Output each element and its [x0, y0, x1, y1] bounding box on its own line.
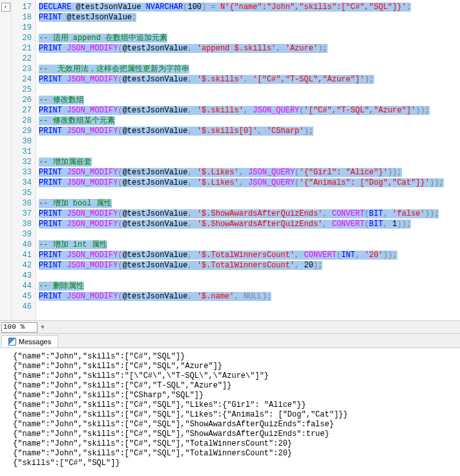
results-tabs: Messages — [0, 334, 460, 348]
line-number: 22 — [12, 54, 32, 64]
zoom-select[interactable]: 100 % — [1, 322, 37, 333]
code-line[interactable]: DECLARE @testJsonValue NVARCHAR(100) = N… — [39, 2, 460, 12]
line-number: 32 — [12, 157, 32, 167]
code-line[interactable]: PRINT JSON_MODIFY(@testJsonValue, 'appen… — [39, 43, 460, 54]
breakpoint-gutter[interactable]: ▾ — [0, 0, 12, 320]
message-line: {"name":"John","skills":["C#","T-SQL","A… — [13, 381, 454, 391]
message-line: {"name":"John","skills":["CSharp","SQL"]… — [13, 391, 454, 400]
message-line: {"name":"John","skills":["C#","SQL"],"To… — [13, 449, 454, 459]
line-number: 41 — [12, 250, 32, 260]
line-number: 35 — [12, 188, 32, 198]
tab-messages[interactable]: Messages — [1, 335, 58, 347]
code-line[interactable]: PRINT JSON_MODIFY(@testJsonValue, '$.Sho… — [39, 219, 460, 229]
code-line[interactable]: PRINT @testJsonValue; — [39, 12, 460, 23]
line-number: 27 — [12, 105, 32, 116]
zoom-dropdown-icon[interactable]: ▾ — [39, 322, 47, 333]
code-line[interactable]: PRINT JSON_MODIFY(@testJsonValue, '$.Lik… — [39, 178, 460, 188]
line-number: 45 — [12, 291, 32, 302]
code-line[interactable] — [39, 271, 460, 281]
line-number: 21 — [12, 43, 32, 54]
line-number: 18 — [12, 12, 32, 23]
line-number: 39 — [12, 229, 32, 240]
code-editor[interactable]: DECLARE @testJsonValue NVARCHAR(100) = N… — [36, 0, 460, 320]
editor-pane: ▾ 17181920212223242526272829303132333435… — [0, 0, 460, 321]
line-number: 46 — [12, 302, 32, 312]
code-line[interactable]: PRINT JSON_MODIFY(@testJsonValue, '$.ski… — [39, 105, 460, 116]
code-line[interactable]: -- 适用 append 在数组中追加元素 — [39, 33, 460, 43]
code-line[interactable] — [39, 147, 460, 157]
code-line[interactable] — [39, 85, 460, 95]
line-number: 33 — [12, 167, 32, 178]
message-line: {"name":"John","skills":["C#","SQL"],"Li… — [13, 410, 454, 420]
message-line: {"name":"John","skills":["C#","SQL"],"Sh… — [13, 420, 454, 429]
message-line: {"name":"John","skills":["C#","SQL"]} — [13, 352, 454, 362]
message-line: {"name":"John","skills":["C#","SQL","Azu… — [13, 362, 454, 371]
code-line[interactable]: -- 增加属嵌套 — [39, 157, 460, 167]
code-line[interactable]: -- 无效用法，这样会把属性更新为字符串 — [39, 64, 460, 74]
code-line[interactable]: PRINT JSON_MODIFY(@testJsonValue, '$.ski… — [39, 74, 460, 85]
execution-indicator-icon: ▾ — [1, 3, 10, 12]
line-number: 43 — [12, 271, 32, 281]
code-line[interactable]: -- 增加 bool 属性 — [39, 198, 460, 209]
line-number: 20 — [12, 33, 32, 43]
line-number: 23 — [12, 64, 32, 74]
tab-label: Messages — [19, 338, 51, 346]
code-line[interactable]: -- 增加 int 属性 — [39, 240, 460, 250]
line-number: 26 — [12, 95, 32, 105]
message-line: {"skills":["C#","SQL"]} — [13, 459, 454, 468]
line-number: 17 — [12, 2, 32, 12]
line-number: 34 — [12, 178, 32, 188]
code-line[interactable] — [39, 188, 460, 198]
code-line[interactable] — [39, 23, 460, 33]
code-line[interactable] — [39, 136, 460, 147]
code-line[interactable] — [39, 229, 460, 240]
code-line[interactable]: PRINT JSON_MODIFY(@testJsonValue, '$.Tot… — [39, 260, 460, 271]
line-number: 38 — [12, 219, 32, 229]
line-number: 37 — [12, 209, 32, 219]
code-line[interactable]: PRINT JSON_MODIFY(@testJsonValue, '$.ski… — [39, 126, 460, 136]
line-number: 36 — [12, 198, 32, 209]
line-number: 24 — [12, 74, 32, 85]
code-line[interactable]: PRINT JSON_MODIFY(@testJsonValue, '$.Lik… — [39, 167, 460, 178]
line-number: 44 — [12, 281, 32, 291]
code-line[interactable]: -- 修改数组 — [39, 95, 460, 105]
code-line[interactable]: -- 删除属性 — [39, 281, 460, 291]
code-line[interactable] — [39, 302, 460, 312]
code-line[interactable]: -- 修改数组某个元素 — [39, 116, 460, 126]
code-line[interactable] — [39, 54, 460, 64]
message-line: {"name":"John","skills":"[\"C#\",\"T-SQL… — [13, 371, 454, 381]
messages-output[interactable]: {"name":"John","skills":["C#","SQL"]}{"n… — [0, 348, 460, 472]
line-number: 30 — [12, 136, 32, 147]
line-number: 29 — [12, 126, 32, 136]
line-number: 31 — [12, 147, 32, 157]
messages-icon — [8, 338, 16, 346]
line-number-gutter: 1718192021222324252627282930313233343536… — [12, 0, 36, 320]
line-number: 25 — [12, 85, 32, 95]
code-line[interactable]: PRINT JSON_MODIFY(@testJsonValue, '$.nam… — [39, 291, 460, 302]
message-line: {"name":"John","skills":["C#","SQL"],"Li… — [13, 400, 454, 410]
message-line: {"name":"John","skills":["C#","SQL"],"To… — [13, 439, 454, 449]
line-number: 42 — [12, 260, 32, 271]
code-line[interactable]: PRINT JSON_MODIFY(@testJsonValue, '$.Tot… — [39, 250, 460, 260]
message-line: {"name":"John","skills":["C#","SQL"],"Sh… — [13, 429, 454, 439]
line-number: 19 — [12, 23, 32, 33]
code-line[interactable]: PRINT JSON_MODIFY(@testJsonValue, '$.Sho… — [39, 209, 460, 219]
line-number: 40 — [12, 240, 32, 250]
zoom-bar: 100 % ▾ — [0, 321, 460, 334]
line-number: 28 — [12, 116, 32, 126]
